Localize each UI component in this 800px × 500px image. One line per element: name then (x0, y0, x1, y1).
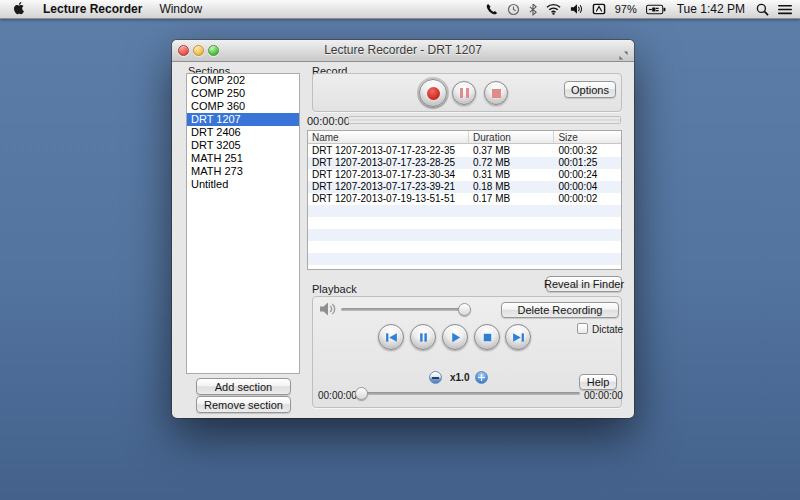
table-row[interactable]: DRT 1207-2013-07-17-23-28-25 0.72 MB 00:… (308, 157, 621, 169)
apple-menu-icon[interactable] (13, 1, 26, 18)
playback-position-right: 00:00:00 (584, 390, 623, 401)
sections-list: COMP 202 COMP 250 COMP 360 DRT 1207 DRT … (186, 73, 300, 374)
stop-icon (492, 89, 501, 98)
skip-back-button[interactable] (378, 324, 404, 350)
add-section-button[interactable]: Add section (196, 378, 291, 395)
reveal-in-finder-button[interactable]: Reveal in Finder (546, 276, 622, 292)
table-row[interactable]: DRT 1207-2013-07-19-13-51-51 0.17 MB 00:… (308, 193, 621, 205)
record-progress-bar (348, 116, 621, 124)
play-icon (449, 331, 462, 344)
dictate-checkbox-label: Dictate (592, 324, 623, 335)
window-title: Lecture Recorder - DRT 1207 (172, 40, 634, 61)
recordings-table: Name Duration Size DRT 1207-2013-07-17-2… (307, 130, 622, 270)
section-item[interactable]: COMP 360 (187, 100, 299, 113)
delete-recording-button[interactable]: Delete Recording (501, 302, 619, 318)
section-item[interactable]: DRT 3205 (187, 139, 299, 152)
section-item[interactable]: Untitled (187, 178, 299, 191)
menu-clock[interactable]: Tue 1:42 PM (675, 2, 747, 16)
column-header-duration[interactable]: Duration (469, 131, 554, 143)
close-button[interactable] (178, 45, 189, 56)
menu-item-window[interactable]: Window (159, 2, 202, 16)
cell-duration: 0.18 MB (469, 181, 554, 193)
speed-decrease-button[interactable] (429, 371, 442, 384)
record-button[interactable] (419, 79, 447, 107)
record-groupbox: Options (312, 73, 622, 112)
playback-groupbox: Delete Recording Dictate x1.0 (312, 296, 622, 408)
section-item[interactable]: DRT 2406 (187, 126, 299, 139)
resize-icon[interactable] (619, 46, 628, 64)
playback-pause-icon (417, 331, 430, 344)
scrubber-track (355, 392, 580, 395)
help-button[interactable]: Help (579, 374, 617, 390)
scrubber-knob[interactable] (355, 387, 368, 400)
playback-scrubber[interactable] (355, 387, 580, 400)
minus-icon (432, 377, 439, 379)
app-window: Lecture Recorder - DRT 1207 Sections COM… (172, 40, 634, 418)
section-item[interactable]: MATH 273 (187, 165, 299, 178)
volume-slider-track (341, 308, 471, 311)
menu-app-name[interactable]: Lecture Recorder (43, 2, 142, 16)
notification-center-icon[interactable] (778, 4, 792, 15)
record-pause-button[interactable] (452, 81, 476, 105)
table-row[interactable]: DRT 1207-2013-07-17-23-30-34 0.31 MB 00:… (308, 169, 621, 181)
skip-forward-icon (512, 331, 525, 344)
speed-value: x1.0 (450, 372, 469, 383)
bluetooth-icon[interactable] (529, 3, 537, 16)
options-button[interactable]: Options (564, 81, 616, 98)
cell-size: 00:01:25 (554, 157, 621, 169)
desktop-background: Lecture Recorder Window 97% (0, 0, 800, 500)
skip-back-icon (385, 331, 398, 344)
dictate-checkbox[interactable] (577, 323, 588, 334)
cell-name: DRT 1207-2013-07-17-23-30-34 (308, 169, 469, 181)
record-icon (427, 87, 440, 100)
wifi-icon[interactable] (546, 3, 561, 15)
cell-size: 00:00:32 (554, 145, 621, 157)
input-menu-icon[interactable] (592, 3, 606, 15)
battery-icon[interactable] (646, 4, 666, 15)
speaker-icon (319, 301, 337, 321)
clock-icon[interactable] (507, 3, 520, 16)
phone-icon[interactable] (485, 3, 498, 16)
cell-name: DRT 1207-2013-07-17-23-28-25 (308, 157, 469, 169)
cell-duration: 0.31 MB (469, 169, 554, 181)
play-button[interactable] (442, 324, 468, 350)
remove-section-button[interactable]: Remove section (196, 396, 291, 413)
playback-position-left: 00:00:00 (318, 390, 357, 401)
volume-slider[interactable] (341, 303, 471, 316)
volume-icon[interactable] (570, 3, 583, 15)
cell-duration: 0.72 MB (469, 157, 554, 169)
playback-pause-button[interactable] (410, 324, 436, 350)
table-row[interactable]: DRT 1207-2013-07-17-23-22-35 0.37 MB 00:… (308, 145, 621, 157)
volume-slider-knob[interactable] (458, 303, 471, 316)
table-body: DRT 1207-2013-07-17-23-22-35 0.37 MB 00:… (308, 145, 621, 269)
column-header-size[interactable]: Size (554, 131, 621, 143)
spotlight-icon[interactable] (756, 3, 769, 16)
section-item-selected[interactable]: DRT 1207 (187, 113, 299, 126)
cell-size: 00:00:02 (554, 193, 621, 205)
playback-stop-icon (481, 331, 494, 344)
skip-forward-button[interactable] (505, 324, 531, 350)
menu-bar: Lecture Recorder Window 97% (0, 0, 800, 19)
record-stop-button[interactable] (484, 81, 508, 105)
pause-icon (460, 88, 469, 98)
zoom-button[interactable] (208, 45, 219, 56)
playback-stop-button[interactable] (474, 324, 500, 350)
minimize-button[interactable] (193, 45, 204, 56)
table-header: Name Duration Size (308, 131, 621, 144)
cell-duration: 0.37 MB (469, 145, 554, 157)
cell-name: DRT 1207-2013-07-19-13-51-51 (308, 193, 469, 205)
title-bar[interactable]: Lecture Recorder - DRT 1207 (172, 40, 634, 62)
table-row[interactable]: DRT 1207-2013-07-17-23-39-21 0.18 MB 00:… (308, 181, 621, 193)
cell-size: 00:00:04 (554, 181, 621, 193)
column-header-name[interactable]: Name (308, 131, 469, 143)
section-item[interactable]: COMP 202 (187, 74, 299, 87)
cell-name: DRT 1207-2013-07-17-23-22-35 (308, 145, 469, 157)
speed-increase-button[interactable] (475, 371, 488, 384)
battery-percent-text: 97% (615, 3, 637, 15)
cell-size: 00:00:24 (554, 169, 621, 181)
record-elapsed-time: 00:00:00 (307, 115, 350, 127)
section-item[interactable]: MATH 251 (187, 152, 299, 165)
playback-label: Playback (312, 283, 357, 295)
section-item[interactable]: COMP 250 (187, 87, 299, 100)
cell-duration: 0.17 MB (469, 193, 554, 205)
